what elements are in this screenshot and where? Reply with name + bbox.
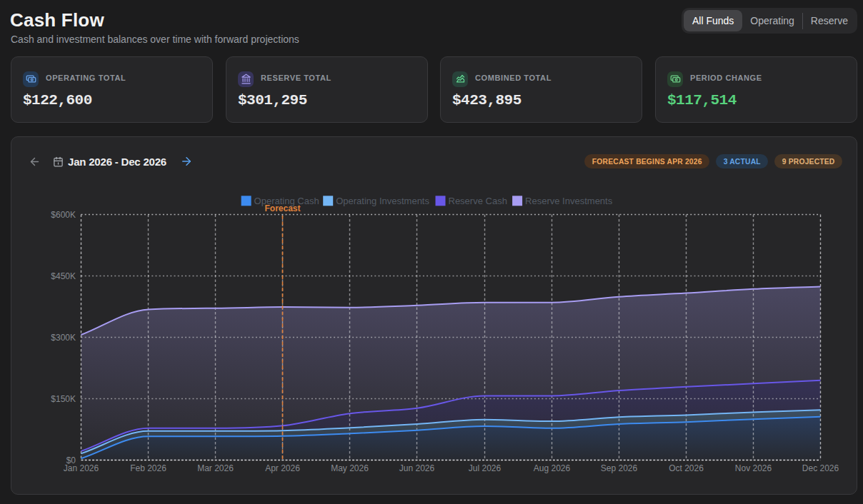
svg-text:Operating Cash: Operating Cash <box>254 196 319 206</box>
svg-text:Nov 2026: Nov 2026 <box>735 463 772 473</box>
svg-text:Reserve Cash: Reserve Cash <box>449 196 507 206</box>
svg-text:$150K: $150K <box>51 394 76 404</box>
svg-text:$600K: $600K <box>51 210 76 220</box>
svg-text:Oct 2026: Oct 2026 <box>669 463 704 473</box>
svg-text:Jan 2026: Jan 2026 <box>64 463 99 473</box>
svg-text:Feb 2026: Feb 2026 <box>130 463 166 473</box>
svg-text:Reserve Investments: Reserve Investments <box>525 196 613 206</box>
svg-text:$300K: $300K <box>51 333 76 343</box>
svg-text:Mar 2026: Mar 2026 <box>197 463 234 473</box>
svg-text:Sep 2026: Sep 2026 <box>601 463 638 473</box>
svg-text:Jul 2026: Jul 2026 <box>469 463 502 473</box>
svg-text:Operating Investments: Operating Investments <box>336 196 429 206</box>
svg-text:$450K: $450K <box>51 271 76 281</box>
svg-text:May 2026: May 2026 <box>331 463 369 473</box>
svg-text:Aug 2026: Aug 2026 <box>534 463 571 473</box>
svg-text:Jun 2026: Jun 2026 <box>399 463 435 473</box>
svg-text:Apr 2026: Apr 2026 <box>265 463 300 473</box>
svg-text:Dec 2026: Dec 2026 <box>802 463 839 473</box>
